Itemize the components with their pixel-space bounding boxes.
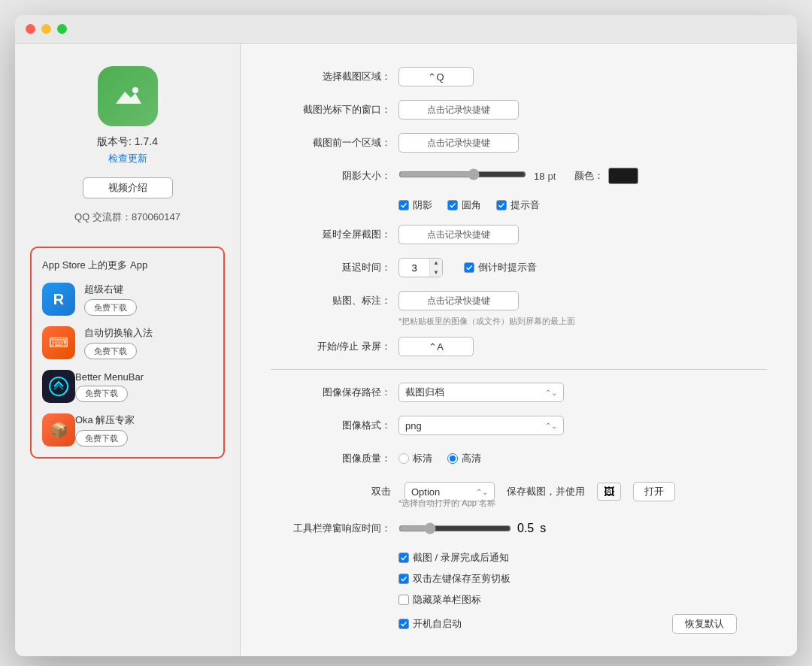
checkbox-rounded-box[interactable] [447,200,458,210]
format-value: png [405,420,422,431]
open-app-note: *选择自动打开的 App 名称 [271,498,767,509]
app-name: 超级右键 [84,283,137,296]
settings-row-sticker: 贴图、标注： 点击记录快捷键 [271,290,767,311]
radio-standard[interactable]: 标清 [398,452,432,465]
app-info: Better MenuBar 免费下载 [75,371,144,402]
toolbar-slider[interactable] [398,522,511,534]
radio-hd-label: 高清 [462,452,481,465]
app-name: Better MenuBar [75,371,144,383]
checkbox-shadow[interactable]: 阴影 [398,198,432,212]
delay-increment[interactable]: ▲ [430,258,442,268]
delay-stepper[interactable]: ▲ ▼ [398,258,443,277]
app-icon-superright: R [42,283,75,316]
color-swatch[interactable] [608,168,638,184]
checkbox-clipboard-label: 双击左键保存至剪切板 [413,572,511,586]
save-path-dropdown[interactable]: 截图归档 ⌃⌄ [398,383,564,402]
maximize-button[interactable] [57,24,67,34]
chevron-down-icon: ⌃⌄ [545,422,557,430]
checkbox-sound[interactable]: 提示音 [496,198,540,212]
label-toolbar: 工具栏弹窗响应时间： [271,522,391,535]
main-window: 版本号: 1.7.4 检查更新 视频介绍 QQ 交流群：870060147 Ap… [15,15,797,656]
checkbox-sound-box[interactable] [496,200,507,210]
hotkey-record-screen[interactable]: ⌃A [398,337,474,356]
checkbox-notify-box[interactable] [398,552,409,563]
list-item: R 超级右键 免费下载 [42,283,213,316]
checkbox-clipboard-box[interactable] [398,574,409,584]
app-name: 自动切换输入法 [84,326,153,340]
hotkey-capture-area[interactable]: ⌃Q [398,67,474,86]
settings-row-delayed-fullscreen: 延时全屏截图： 点击记录快捷键 [271,224,767,245]
content-area: 版本号: 1.7.4 检查更新 视频介绍 QQ 交流群：870060147 Ap… [15,44,797,656]
toolbar-value: 0.5 [517,522,534,535]
app-icon [98,66,158,126]
label-capture-area: 选择截图区域： [271,70,391,83]
version-label: 版本号: 1.7.4 [97,135,158,149]
titlebar [15,15,797,44]
checkbox-row-effects: 阴影 圆角 提示音 [271,198,767,212]
label-doubleclick: 双击 [271,485,391,498]
format-dropdown[interactable]: png ⌃⌄ [398,416,564,435]
checkbox-countdown[interactable]: 倒计时提示音 [464,261,537,274]
radio-standard-label: 标清 [413,452,432,465]
checkbox-shadow-box[interactable] [398,200,409,210]
hotkey-record-sticker[interactable]: 点击记录快捷键 [398,291,519,310]
hotkey-record-prev[interactable]: 点击记录快捷键 [398,133,519,153]
app-icon-bettermenubar [42,370,75,403]
video-intro-button[interactable]: 视频介绍 [83,177,173,198]
open-button[interactable]: 打开 [633,482,675,501]
appstore-section: App Store 上的更多 App R 超级右键 免费下载 ⌨ [30,247,225,459]
settings-row-window-capture: 截图光标下的窗口： 点击记录快捷键 [271,99,767,120]
delay-value-input[interactable] [399,262,429,274]
download-button-autoinput[interactable]: 免费下载 [84,343,137,359]
label-format: 图像格式： [271,419,391,432]
settings-row-quality: 图像质量： 标清 高清 [271,448,767,469]
hotkey-record-window[interactable]: 点击记录快捷键 [398,100,519,120]
chevron-down-icon: ⌃⌄ [476,488,488,496]
settings-row-save-path: 图像保存路径： 截图归档 ⌃⌄ [271,382,767,403]
app-info: 自动切换输入法 免费下载 [84,326,153,359]
toolbar-slider-container: 0.5 s [398,522,546,535]
checkbox-hide-menubar[interactable]: 隐藏菜单栏图标 [398,593,767,607]
radio-hd[interactable]: 高清 [447,452,481,465]
sidebar: 版本号: 1.7.4 检查更新 视频介绍 QQ 交流群：870060147 Ap… [15,44,241,656]
checkbox-shadow-label: 阴影 [413,198,432,212]
check-update-link[interactable]: 检查更新 [108,152,147,165]
label-delayed-fullscreen: 延时全屏截图： [271,228,391,241]
radio-standard-btn[interactable] [398,453,409,464]
shadow-value: 18 [534,171,544,182]
label-quality: 图像质量： [271,452,391,465]
checkbox-rounded[interactable]: 圆角 [447,198,481,212]
label-delay: 延迟时间： [271,261,391,274]
settings-row-shadow: 阴影大小： 18 pt 颜色： [271,165,767,186]
color-label: 颜色： [574,169,604,183]
toolbar-unit: s [540,522,546,535]
checkbox-autostart-label: 开机自启动 [413,617,462,631]
delay-decrement[interactable]: ▼ [430,268,442,277]
download-button-oka[interactable]: 免费下载 [75,430,128,447]
qq-group-label: QQ 交流群：870060147 [74,210,180,224]
download-button-superright[interactable]: 免费下载 [84,299,137,316]
label-sticker: 贴图、标注： [271,294,391,307]
settings-row-format: 图像格式： png ⌃⌄ [271,415,767,436]
shadow-unit: pt [547,171,564,182]
close-button[interactable] [26,24,35,34]
radio-hd-btn[interactable] [447,453,458,464]
download-button-bettermenubar[interactable]: 免费下载 [75,386,128,402]
restore-default-button[interactable]: 恢复默认 [672,614,737,634]
shadow-slider[interactable] [398,168,526,180]
checkbox-countdown-box[interactable] [464,262,474,273]
doubleclick-value: Option [411,486,440,498]
checkbox-notify-label: 截图 / 录屏完成后通知 [413,551,509,565]
settings-row-toolbar: 工具栏弹窗响应时间： 0.5 s [271,518,767,539]
checkbox-autostart[interactable]: 开机自启动 [398,617,462,631]
hotkey-record-delayed[interactable]: 点击记录快捷键 [398,225,519,244]
minimize-button[interactable] [41,24,51,34]
checkbox-notify[interactable]: 截图 / 录屏完成后通知 [398,551,767,565]
checkbox-autostart-box[interactable] [398,619,409,629]
checkbox-hide-menubar-box[interactable] [398,595,409,605]
label-window-capture: 截图光标下的窗口： [271,103,391,117]
checkbox-clipboard[interactable]: 双击左键保存至剪切板 [398,572,767,586]
bottom-row-autostart: 开机自启动 恢复默认 [398,614,767,634]
app-info: Oka 解压专家 免费下载 [75,413,135,447]
chevron-down-icon: ⌃⌄ [545,389,557,397]
